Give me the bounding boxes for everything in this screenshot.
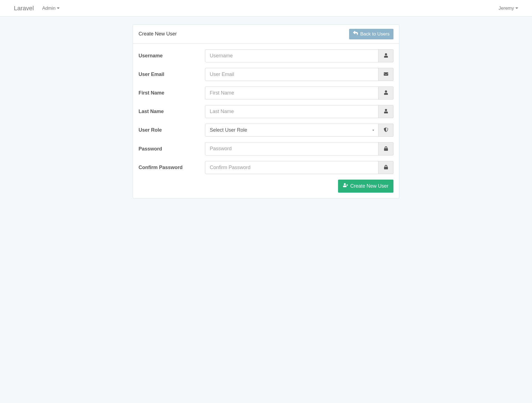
back-to-users-button[interactable]: Back to Users xyxy=(349,29,393,39)
navbar: Laravel Admin Jeremy xyxy=(0,0,532,17)
role-select[interactable]: Select User Role xyxy=(205,124,378,137)
caret-down-icon xyxy=(57,7,60,9)
lastname-input[interactable] xyxy=(205,105,378,118)
lock-icon xyxy=(384,146,388,152)
user-dropdown[interactable]: Jeremy xyxy=(498,6,518,11)
admin-label: Admin xyxy=(42,6,55,11)
panel-body: Username User Email xyxy=(133,44,399,198)
email-label: User Email xyxy=(139,72,205,77)
navbar-left: Laravel Admin xyxy=(14,5,60,12)
back-button-label: Back to Users xyxy=(360,30,390,38)
user-icon xyxy=(384,53,388,58)
form-group-password: Password xyxy=(139,142,393,155)
user-plus-icon xyxy=(343,182,348,190)
form-group-role: User Role Select User Role xyxy=(139,124,393,137)
caret-down-icon xyxy=(515,7,518,9)
password-input-group xyxy=(205,142,393,155)
username-input-group xyxy=(205,49,393,62)
navbar-brand[interactable]: Laravel xyxy=(14,5,34,12)
shield-icon xyxy=(384,127,388,133)
form-group-firstname: First Name xyxy=(139,86,393,100)
user-icon-addon xyxy=(378,105,393,118)
admin-dropdown[interactable]: Admin xyxy=(42,6,60,11)
form-group-email: User Email xyxy=(139,68,393,81)
user-icon xyxy=(384,90,388,96)
email-input[interactable] xyxy=(205,68,378,81)
role-input-group: Select User Role xyxy=(205,124,393,137)
reply-icon xyxy=(353,30,358,38)
user-label: Jeremy xyxy=(498,6,514,11)
form-group-lastname: Last Name xyxy=(139,105,393,118)
form-group-username: Username xyxy=(139,49,393,62)
form-actions: Create New User xyxy=(139,180,393,193)
lock-icon-addon xyxy=(378,142,393,155)
password-label: Password xyxy=(139,146,205,152)
envelope-icon xyxy=(384,72,388,77)
lock-icon xyxy=(384,165,388,170)
firstname-input-group xyxy=(205,86,393,100)
lock-icon-addon xyxy=(378,161,393,174)
create-user-button[interactable]: Create New User xyxy=(338,180,393,193)
user-icon xyxy=(384,109,388,114)
form-group-confirm-password: Confirm Password xyxy=(139,161,393,174)
lastname-input-group xyxy=(205,105,393,118)
email-input-group xyxy=(205,68,393,81)
user-icon-addon xyxy=(378,86,393,100)
create-user-panel: Create New User Back to Users Username xyxy=(133,24,399,198)
role-label: User Role xyxy=(139,127,205,133)
confirm-password-label: Confirm Password xyxy=(139,165,205,170)
panel-title: Create New User xyxy=(139,31,177,37)
username-label: Username xyxy=(139,53,205,59)
confirm-password-input-group xyxy=(205,161,393,174)
user-icon-addon xyxy=(378,49,393,62)
password-input[interactable] xyxy=(205,142,378,155)
create-user-button-label: Create New User xyxy=(350,182,388,190)
panel-heading: Create New User Back to Users xyxy=(133,25,399,44)
shield-icon-addon xyxy=(378,124,393,137)
firstname-label: First Name xyxy=(139,90,205,96)
envelope-icon-addon xyxy=(378,68,393,81)
lastname-label: Last Name xyxy=(139,109,205,114)
firstname-input[interactable] xyxy=(205,86,378,100)
confirm-password-input[interactable] xyxy=(205,161,378,174)
username-input[interactable] xyxy=(205,49,378,62)
